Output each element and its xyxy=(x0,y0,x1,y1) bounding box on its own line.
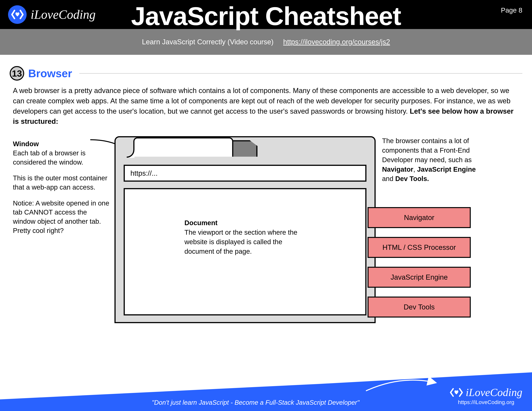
url-text: https://... xyxy=(130,169,158,177)
subheader-text: Learn JavaScript Correctly (Video course… xyxy=(142,38,274,46)
component-pills: Navigator HTML / CSS Processor JavaScrip… xyxy=(368,207,471,318)
sub-header: Learn JavaScript Correctly (Video course… xyxy=(0,29,532,55)
intro-paragraph: A web browser is a pretty advance piece … xyxy=(13,85,519,127)
section-header: 13 Browser xyxy=(10,66,522,81)
document-text: The viewport or the section where the we… xyxy=(184,228,301,256)
document-label: Document xyxy=(184,219,218,227)
diagram: Window Each tab of a browser is consider… xyxy=(13,136,522,323)
viewport: Document The viewport or the section whe… xyxy=(124,188,366,315)
brand-group: iLoveCoding xyxy=(8,5,95,24)
tab-strip xyxy=(116,137,374,157)
footer-logo-icon xyxy=(450,387,463,398)
header-bar: iLoveCoding JavaScript Cheatsheet Page 8 xyxy=(0,0,532,29)
footer: "Don't just learn JavaScript - Become a … xyxy=(0,372,532,411)
window-p3: Notice: A website opened in one tab CANN… xyxy=(13,199,111,235)
section-number-badge: 13 xyxy=(10,66,24,81)
pill-navigator: Navigator xyxy=(368,207,471,228)
pill-js-engine: JavaScript Engine xyxy=(368,267,471,288)
footer-brand-text: iLoveCoding xyxy=(466,386,522,399)
right-m2: and xyxy=(382,175,395,182)
right-prefix: The browser contains a lot of components… xyxy=(382,137,472,164)
footer-url: https://iLoveCoding.org xyxy=(458,399,514,405)
page-title: JavaScript Cheatsheet xyxy=(131,1,401,31)
logo-icon xyxy=(8,5,27,24)
inactive-tab xyxy=(232,140,257,157)
browser-mock: https://... Document The viewport or the… xyxy=(114,136,376,323)
right-b2: JavaScript Engine xyxy=(417,166,476,173)
footer-arrow-icon xyxy=(364,375,438,393)
page-number: Page 8 xyxy=(501,6,522,14)
right-b3: Dev Tools. xyxy=(395,175,429,182)
section-title: Browser xyxy=(28,67,72,80)
active-tab xyxy=(133,137,233,157)
window-p1: Each tab of a browser is considered the … xyxy=(13,149,86,166)
window-label: Window xyxy=(13,140,39,148)
window-p2: This is the outer most container that a … xyxy=(13,174,111,192)
footer-brand-group: iLoveCoding https://iLoveCoding.org xyxy=(450,386,522,405)
divider xyxy=(79,73,522,74)
course-link[interactable]: https://ilovecoding.org/courses/js2 xyxy=(283,38,390,46)
brand-text: iLoveCoding xyxy=(31,7,95,22)
browser-window: https://... Document The viewport or the… xyxy=(114,136,376,323)
right-b1: Navigator xyxy=(382,166,413,173)
pill-dev-tools: Dev Tools xyxy=(368,297,471,318)
address-bar: https://... xyxy=(124,165,366,182)
pill-html-css: HTML / CSS Processor xyxy=(368,237,471,258)
footer-quote: "Don't just learn JavaScript - Become a … xyxy=(152,399,360,406)
right-m1: , xyxy=(413,166,417,173)
components-annotation: The browser contains a lot of components… xyxy=(382,136,487,187)
